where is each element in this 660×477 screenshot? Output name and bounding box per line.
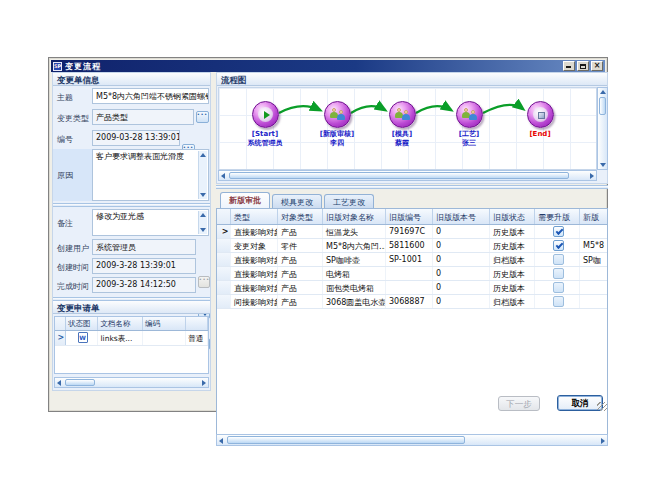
- sp-logo-icon: SP: [53, 62, 62, 71]
- scrollbar-thumb[interactable]: [599, 97, 606, 115]
- scroll-down-icon: [200, 193, 206, 197]
- grid-row[interactable]: 间接影响对象 产品 3068圆盖电水壶 3068887 0 归档版本: [217, 295, 607, 309]
- request-col-status[interactable]: 状态图: [66, 317, 99, 330]
- word-doc-icon: [78, 332, 88, 343]
- doc-name-cell: links表...: [98, 331, 142, 345]
- section-title-flow-chart: 流程图: [217, 73, 607, 86]
- cell-old-version: 0: [433, 295, 490, 308]
- col-old-status[interactable]: 旧版状态: [490, 209, 535, 224]
- col-new-version[interactable]: 新版: [580, 209, 608, 224]
- minimize-button[interactable]: [563, 61, 575, 71]
- cell-old-name: 面包类电烤箱: [323, 281, 386, 294]
- creator-label: 创建用户: [57, 243, 89, 254]
- number-field[interactable]: 2009-03-28 13:39:01: [92, 130, 180, 146]
- upgrade-checkbox[interactable]: [553, 268, 564, 279]
- titlebar[interactable]: SP 变更流程 ×: [51, 60, 605, 72]
- remark-scrollbar[interactable]: [198, 211, 207, 234]
- close-icon: ×: [592, 61, 602, 71]
- request-col-code[interactable]: 编码: [143, 317, 186, 330]
- row-indicator: [217, 281, 231, 294]
- cell-old-name: SP咖啡壶: [323, 253, 386, 266]
- play-icon: [264, 111, 270, 119]
- tab-new-version-approval[interactable]: 新版审批: [220, 192, 270, 208]
- request-h-scrollbar[interactable]: [54, 377, 209, 388]
- cell-old-number: SP-1001: [386, 253, 433, 266]
- change-type-ellipsis-button[interactable]: [196, 111, 209, 123]
- col-old-number[interactable]: 旧版编号: [386, 209, 433, 224]
- cell-type: 间接影响对象: [231, 295, 278, 308]
- approval-area: 新版审批 模具更改 工艺更改 类型 对象类型 旧版对象名称 旧版编号 旧版版本号…: [216, 189, 608, 446]
- scroll-right-icon: [601, 438, 605, 444]
- flow-node-end[interactable]: [527, 101, 554, 128]
- reason-textarea[interactable]: 客户要求调整表面光滑度: [92, 149, 209, 201]
- cell-old-status: 历史版本: [490, 267, 535, 280]
- flow-node-craft[interactable]: [456, 101, 483, 128]
- tab-craft-change[interactable]: 工艺更改: [324, 194, 374, 208]
- upgrade-checkbox[interactable]: [553, 226, 564, 237]
- maximize-icon: [580, 64, 586, 69]
- grid-row[interactable]: > 直接影响对象 产品 恒温龙头 791697C 0 历史版本: [217, 225, 607, 239]
- section-title-change-request: 变更申请单: [53, 301, 210, 314]
- cell-old-status: 历史版本: [490, 225, 535, 238]
- upgrade-checkbox[interactable]: [553, 296, 564, 307]
- grid-row[interactable]: 变更对象 零件 M5*8内六角凹... 5811600 0 历史版本 M5*8: [217, 239, 607, 253]
- finish-time-field[interactable]: 2009-3-28 14:12:50: [92, 277, 196, 293]
- form-splitter[interactable]: [53, 203, 210, 207]
- col-type[interactable]: 类型: [231, 209, 278, 224]
- flow-node-end-label: [End]: [495, 130, 585, 139]
- col-old-object-name[interactable]: 旧版对象名称: [323, 209, 386, 224]
- grid-row[interactable]: 直接影响对象 产品 SP咖啡壶 SP-1001 0 归档版本 SP咖: [217, 253, 607, 267]
- node-label-line1: [End]: [495, 130, 585, 139]
- scroll-up-icon: [200, 213, 206, 217]
- request-col-extra[interactable]: [186, 317, 208, 330]
- cell-new-version: [580, 267, 608, 280]
- cell-need-upgrade: [535, 253, 580, 266]
- remark-textarea[interactable]: 修改为亚光感: [92, 209, 209, 236]
- cell-old-version: 0: [433, 253, 490, 266]
- tab-mold-change[interactable]: 模具更改: [272, 194, 322, 208]
- scrollbar-thumb[interactable]: [227, 436, 465, 444]
- scrollbar-thumb[interactable]: [229, 172, 569, 179]
- upgrade-checkbox[interactable]: [553, 282, 564, 293]
- flow-node-mold[interactable]: [389, 101, 416, 128]
- flow-h-scrollbar[interactable]: [218, 170, 597, 181]
- scroll-up-icon: [600, 90, 606, 94]
- col-need-upgrade[interactable]: 需要升版: [535, 209, 580, 224]
- subject-field[interactable]: M5*8内六角凹端不锈钢紧固螺钉: [92, 88, 209, 104]
- scrollbar-thumb[interactable]: [65, 379, 95, 386]
- scroll-left-icon: [221, 173, 225, 179]
- cell-old-number: 5811600: [386, 239, 433, 252]
- upgrade-checkbox[interactable]: [553, 254, 564, 265]
- next-button: 下一步: [498, 396, 540, 411]
- reason-scrollbar[interactable]: [198, 151, 207, 199]
- grid-h-scrollbar[interactable]: [216, 434, 608, 446]
- grid-row[interactable]: 直接影响对象 产品 电烤箱 0 历史版本: [217, 267, 607, 281]
- category-cell: 普通: [186, 331, 208, 345]
- col-object-type[interactable]: 对象类型: [278, 209, 323, 224]
- upgrade-checkbox[interactable]: [553, 240, 564, 251]
- change-type-label: 变更类型: [57, 113, 89, 124]
- flow-chart-panel: 流程图: [216, 72, 608, 184]
- maximize-button[interactable]: [577, 61, 589, 71]
- cell-old-version: 0: [433, 281, 490, 294]
- request-table-row[interactable]: > links表... 普通: [55, 331, 208, 346]
- grid-indicator-header: [217, 209, 231, 224]
- approval-grid: 类型 对象类型 旧版对象名称 旧版编号 旧版版本号 旧版状态 需要升版 新版 >…: [216, 208, 608, 435]
- reason-text: 客户要求调整表面光滑度: [96, 152, 184, 161]
- cell-old-number: 791697C: [386, 225, 433, 238]
- flow-node-start[interactable]: [252, 101, 279, 128]
- flow-v-scrollbar[interactable]: [597, 87, 608, 170]
- resize-grip[interactable]: [597, 402, 607, 411]
- flow-node-new-version-review[interactable]: [324, 101, 351, 128]
- cell-need-upgrade: [535, 225, 580, 238]
- close-button[interactable]: ×: [591, 61, 603, 71]
- col-old-version[interactable]: 旧版版本号: [433, 209, 490, 224]
- change-type-field[interactable]: 产品类型: [92, 109, 194, 125]
- grid-row[interactable]: 直接影响对象 产品 面包类电烤箱 0 历史版本: [217, 281, 607, 295]
- creator-field[interactable]: 系统管理员: [92, 239, 196, 255]
- cell-type: 变更对象: [231, 239, 278, 252]
- create-time-field[interactable]: 2009-3-28 13:39:01: [92, 258, 196, 274]
- scroll-right-icon: [590, 173, 594, 179]
- request-col-doc-name[interactable]: 文档名称: [98, 317, 142, 330]
- change-request-table: 状态图 文档名称 编码 > links表... 普通: [54, 316, 209, 374]
